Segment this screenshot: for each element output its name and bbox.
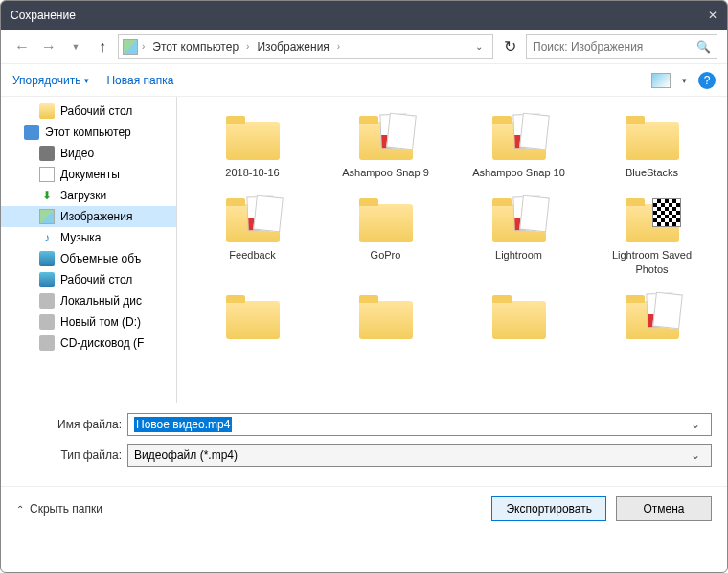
file-item[interactable] bbox=[586, 286, 717, 349]
file-label: Ashampoo Snap 10 bbox=[472, 166, 565, 179]
file-label: Lightroom bbox=[495, 248, 542, 262]
chevron-down-icon[interactable]: ▾ bbox=[682, 76, 687, 85]
file-grid[interactable]: 2018-10-16Ashampoo Snap 9Ashampoo Snap 1… bbox=[177, 97, 727, 403]
folder-icon bbox=[222, 289, 284, 339]
filename-value: Новое видео.mp4 bbox=[134, 417, 232, 432]
file-item[interactable]: Feedback bbox=[187, 189, 318, 280]
sidebar-item-label: Документы bbox=[60, 168, 120, 181]
file-item[interactable]: 2018-10-16 bbox=[187, 106, 318, 183]
file-item[interactable]: Ashampoo Snap 9 bbox=[320, 106, 451, 183]
filetype-label: Тип файла: bbox=[16, 448, 122, 462]
dl-icon: ⬇ bbox=[39, 188, 55, 203]
refresh-icon[interactable]: ↻ bbox=[497, 34, 522, 59]
sidebar-item-6[interactable]: ♪Музыка bbox=[1, 227, 176, 248]
search-input[interactable] bbox=[533, 40, 696, 54]
close-icon[interactable]: ✕ bbox=[708, 9, 717, 22]
sidebar-item-0[interactable]: Рабочий стол bbox=[1, 101, 176, 122]
sidebar-item-1[interactable]: Этот компьютер bbox=[1, 122, 176, 143]
folder-icon bbox=[489, 289, 550, 339]
file-label: BlueStacks bbox=[626, 166, 678, 179]
search-box[interactable]: 🔍 bbox=[526, 34, 717, 59]
crumb-root[interactable]: Этот компьютер bbox=[148, 40, 242, 54]
toolbar: Упорядочить ▾ Новая папка ▾ ? bbox=[1, 64, 727, 97]
hide-folders-button[interactable]: ⌃ Скрыть папки bbox=[16, 502, 102, 516]
file-label: Feedback bbox=[229, 248, 275, 262]
filetype-value: Видеофайл (*.mp4) bbox=[134, 448, 238, 462]
sidebar-item-5[interactable]: Изображения bbox=[1, 206, 176, 227]
footer: ⌃ Скрыть папки Экспортировать Отмена bbox=[1, 486, 727, 537]
drive-icon bbox=[39, 293, 55, 309]
sidebar-item-label: Новый том (D:) bbox=[60, 315, 141, 329]
file-item[interactable]: BlueStacks bbox=[586, 106, 717, 183]
sidebar-item-4[interactable]: ⬇Загрузки bbox=[1, 185, 176, 206]
address-bar[interactable]: › Этот компьютер › Изображения › ⌄ bbox=[118, 34, 493, 59]
up-arrow-icon[interactable]: ↑ bbox=[91, 35, 114, 58]
filetype-select[interactable]: Видеофайл (*.mp4) ⌄ bbox=[127, 444, 712, 467]
file-item[interactable] bbox=[320, 286, 451, 349]
video-icon bbox=[39, 146, 55, 161]
navbar: ← → ▼ ↑ › Этот компьютер › Изображения ›… bbox=[1, 30, 727, 64]
recent-dropdown-icon[interactable]: ▼ bbox=[64, 35, 87, 58]
chevron-down-icon[interactable]: ⌄ bbox=[686, 418, 705, 431]
folder-icon bbox=[355, 289, 417, 339]
folder-icon bbox=[355, 110, 417, 160]
doc-icon bbox=[39, 167, 55, 182]
file-item[interactable] bbox=[453, 286, 584, 349]
file-label: GoPro bbox=[371, 248, 401, 262]
file-item[interactable]: GoPro bbox=[320, 189, 451, 280]
back-arrow-icon[interactable]: ← bbox=[11, 35, 34, 58]
drive-icon bbox=[39, 314, 55, 330]
sidebar-tree[interactable]: Рабочий столЭтот компьютерВидеоДокументы… bbox=[1, 97, 177, 403]
sidebar-item-7[interactable]: Объемные объ bbox=[1, 248, 176, 269]
folder-icon bbox=[622, 110, 683, 160]
window-title: Сохранение bbox=[11, 9, 76, 22]
titlebar: Сохранение ✕ bbox=[1, 1, 727, 30]
address-dropdown-icon[interactable]: ⌄ bbox=[469, 41, 489, 52]
desktop-icon bbox=[39, 251, 55, 266]
search-icon[interactable]: 🔍 bbox=[696, 40, 711, 54]
chevron-right-icon[interactable]: › bbox=[246, 41, 249, 52]
new-folder-button[interactable]: Новая папка bbox=[106, 74, 173, 87]
body: Рабочий столЭтот компьютерВидеоДокументы… bbox=[1, 97, 727, 403]
file-item[interactable]: Lightroom Saved Photos bbox=[586, 189, 717, 280]
sidebar-item-3[interactable]: Документы bbox=[1, 164, 176, 185]
chevron-down-icon: ▾ bbox=[84, 76, 89, 85]
view-mode-button[interactable] bbox=[651, 73, 671, 88]
folder-icon bbox=[222, 193, 284, 242]
file-item[interactable]: Lightroom bbox=[453, 189, 584, 280]
sidebar-item-label: Загрузки bbox=[60, 189, 106, 202]
sidebar-item-label: Этот компьютер bbox=[45, 126, 131, 139]
sidebar-item-label: Изображения bbox=[60, 210, 132, 223]
sidebar-item-8[interactable]: Рабочий стол bbox=[1, 269, 176, 290]
filename-input[interactable]: Новое видео.mp4 ⌄ bbox=[127, 413, 712, 436]
file-item[interactable]: Ashampoo Snap 10 bbox=[453, 106, 584, 183]
folder-icon bbox=[39, 103, 55, 119]
cancel-button[interactable]: Отмена bbox=[616, 496, 712, 521]
filename-label: Имя файла: bbox=[16, 418, 122, 431]
chevron-right-icon[interactable]: › bbox=[142, 41, 145, 52]
sidebar-item-2[interactable]: Видео bbox=[1, 143, 176, 164]
chevron-right-icon[interactable]: › bbox=[337, 41, 340, 52]
folder-icon bbox=[355, 193, 417, 242]
location-icon bbox=[123, 39, 138, 55]
export-button[interactable]: Экспортировать bbox=[491, 496, 606, 521]
file-label: Ashampoo Snap 9 bbox=[342, 166, 429, 179]
crumb-current[interactable]: Изображения bbox=[253, 40, 332, 54]
help-icon[interactable]: ? bbox=[698, 72, 716, 89]
organize-button[interactable]: Упорядочить ▾ bbox=[12, 74, 89, 87]
folder-icon bbox=[622, 289, 683, 339]
forward-arrow-icon[interactable]: → bbox=[37, 35, 60, 58]
sidebar-item-10[interactable]: Новый том (D:) bbox=[1, 311, 176, 332]
sidebar-item-11[interactable]: CD-дисковод (F bbox=[1, 332, 176, 354]
sidebar-item-label: CD-дисковод (F bbox=[60, 336, 144, 350]
chevron-down-icon[interactable]: ⌄ bbox=[686, 448, 705, 462]
sidebar-item-label: Видео bbox=[60, 147, 94, 160]
folder-icon bbox=[222, 110, 284, 160]
sidebar-item-9[interactable]: Локальный дис bbox=[1, 290, 176, 311]
folder-icon bbox=[489, 110, 550, 160]
sidebar-item-label: Объемные объ bbox=[60, 252, 141, 265]
file-label: 2018-10-16 bbox=[225, 166, 279, 179]
file-label: Lightroom Saved Photos bbox=[595, 248, 710, 276]
file-item[interactable] bbox=[187, 286, 318, 349]
music-icon: ♪ bbox=[39, 230, 55, 245]
